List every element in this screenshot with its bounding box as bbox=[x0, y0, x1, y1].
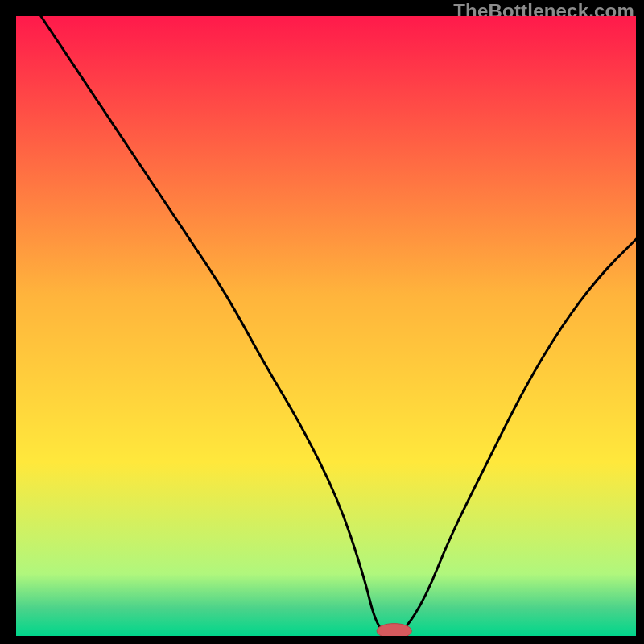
chart-frame: TheBottleneck.com bbox=[0, 0, 644, 644]
gradient-background bbox=[16, 16, 636, 636]
optimum-marker bbox=[377, 624, 411, 636]
chart-svg bbox=[16, 16, 636, 636]
plot-area bbox=[16, 16, 636, 636]
